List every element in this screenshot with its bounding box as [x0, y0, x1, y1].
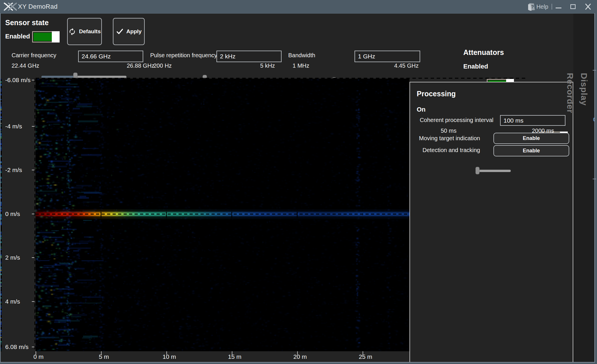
titlebar-separator [552, 4, 552, 10]
y-axis-label: -2 m/s [5, 167, 22, 173]
carrier-max-label: 26.88 GHz [127, 62, 155, 69]
mti-enable-button[interactable]: Enable [493, 133, 569, 144]
detection-tracking-label: Detection and tracking [415, 147, 480, 154]
help-icon[interactable]: ? [526, 2, 536, 12]
minimize-button[interactable] [553, 0, 564, 13]
bandwidth-min-label: 1 MHz [293, 62, 309, 69]
bandwidth-label: Bandwidth [288, 52, 315, 59]
title-bar: XY DemoRad [0, 0, 597, 13]
processing-on-label: On [417, 106, 426, 113]
sensor-enabled-toggle[interactable] [32, 31, 60, 43]
y-axis-label: 4 m/s [5, 298, 20, 305]
cpi-label: Coherent processing interval [417, 117, 493, 123]
left-edge-spectrum-sliver [1, 79, 2, 351]
x-axis-label: 5 m [91, 353, 117, 360]
close-button[interactable] [582, 0, 594, 13]
x-axis-label: 10 m [156, 353, 182, 360]
defaults-button[interactable]: Defaults [67, 18, 102, 45]
tab-display[interactable]: Display [579, 73, 589, 123]
prf-input[interactable] [216, 51, 282, 62]
bandwidth-input[interactable] [354, 51, 420, 62]
detection-tracking-enable-button[interactable]: Enable [493, 145, 569, 156]
x-axis-label: 15 m [222, 353, 248, 360]
window-title: XY DemoRad [18, 0, 58, 13]
right-border-tick [593, 70, 596, 71]
y-axis-label: 0 m/s [5, 210, 20, 217]
mti-label: Moving target indication [415, 135, 480, 142]
refresh-icon [68, 28, 76, 36]
apply-button[interactable]: Apply [113, 18, 145, 45]
prf-label: Pulse repetition frequency [150, 52, 217, 59]
tab-recorder[interactable]: Recorder [565, 73, 575, 123]
window-right-frame [595, 13, 597, 364]
toggle-on-fill [34, 33, 52, 41]
attenuators-heading: Attenuators [463, 48, 504, 57]
minimize-icon [556, 0, 561, 13]
titlebar-bottom-edge [0, 13, 597, 14]
carrier-frequency-label: Carrier frequency [12, 52, 56, 59]
slider-thumb[interactable] [475, 167, 480, 174]
carrier-min-label: 22.44 GHz [12, 62, 39, 69]
carrier-frequency-input[interactable] [78, 51, 143, 62]
sensor-enabled-label: Enabled [5, 33, 30, 40]
prf-min-label: 200 Hz [153, 62, 172, 69]
range-doppler-spectrogram[interactable] [36, 79, 409, 351]
apply-label: Apply [126, 28, 142, 35]
bandwidth-max-label: 4.45 GHz [394, 62, 418, 69]
maximize-icon [570, 0, 576, 13]
right-border-tick [593, 179, 596, 179]
mti-enable-label: Enable [523, 135, 540, 141]
attenuators-enabled-label: Enabled [463, 63, 488, 70]
help-button[interactable]: Help [536, 0, 549, 13]
y-axis-label: 6.08 m/s [5, 343, 29, 350]
check-icon [116, 28, 124, 35]
y-axis-label: -4 m/s [5, 123, 22, 130]
app-logo-icon [3, 2, 17, 11]
window-left-border [0, 13, 1, 364]
plot-left-border [34, 79, 35, 351]
defaults-label: Defaults [79, 28, 101, 35]
y-axis-label: -6.08 m/s [5, 77, 31, 84]
prf-max-label: 5 kHz [260, 62, 275, 69]
window-bottom-frame [0, 363, 597, 364]
side-tab-strip [573, 13, 594, 363]
x-axis-label: 20 m [287, 353, 313, 360]
side-tabs: Processing Display Recorder [573, 73, 594, 123]
help-label: Help [536, 3, 548, 10]
close-icon [585, 0, 591, 13]
x-axis-label: 0 m [25, 353, 52, 360]
svg-text:?: ? [531, 4, 534, 10]
cpi-input[interactable] [500, 115, 565, 126]
processing-heading: Processing [417, 90, 456, 98]
detection-tracking-enable-label: Enable [523, 148, 540, 154]
slider-track[interactable] [476, 170, 511, 172]
y-axis-label: 2 m/s [5, 254, 20, 261]
cpi-slider[interactable] [476, 170, 511, 172]
sensor-state-heading: Sensor state [5, 19, 49, 27]
cpi-min-label: 50 ms [441, 128, 456, 134]
x-axis-label: 25 m [352, 353, 379, 360]
toggle-handle [52, 31, 60, 43]
maximize-button[interactable] [568, 0, 578, 13]
